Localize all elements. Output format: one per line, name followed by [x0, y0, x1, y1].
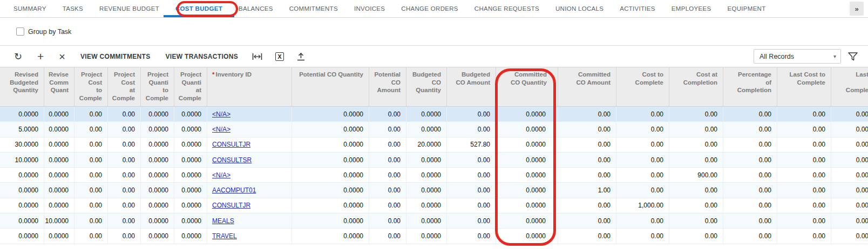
grid-cell[interactable]: 0.0000	[406, 183, 447, 197]
grid-cell[interactable]: 0.00	[777, 198, 831, 213]
column-header-committed[interactable]: Committed CO Amount	[558, 67, 616, 106]
inventory-id-link[interactable]: AACOMPUT01	[212, 186, 256, 194]
grid-cell[interactable]: 0.0000	[174, 198, 207, 213]
column-header-potential-co-quantity[interactable]: Potential CO Quantity	[292, 67, 369, 106]
inventory-id-cell[interactable]: <N/A>	[207, 168, 292, 182]
grid-cell[interactable]: 0.00	[831, 168, 868, 182]
grid-cell[interactable]: 0.0000	[174, 122, 207, 136]
column-header-revise[interactable]: Revise Comm Quant	[44, 67, 74, 106]
grid-cell[interactable]: 0.0000	[44, 122, 74, 136]
grid-cell[interactable]: 0.00	[447, 183, 496, 197]
filter-settings-button[interactable]	[841, 46, 860, 67]
grid-cell[interactable]: 0.00	[723, 137, 777, 152]
table-row[interactable]: 5.00000.00000.000.000.00000.0000<N/A>0.0…	[0, 122, 868, 137]
grid-cell[interactable]: 0.00	[108, 229, 141, 243]
tab-tasks[interactable]: TASKS	[55, 0, 91, 17]
grid-cell[interactable]: 0.0000	[141, 137, 174, 152]
grid-cell[interactable]: 0.0000	[174, 137, 207, 152]
group-by-task-checkbox[interactable]	[16, 27, 24, 36]
table-row[interactable]: 10.00000.00000.000.000.00000.0000CONSULT…	[0, 153, 868, 168]
grid-cell[interactable]: 0.0000	[141, 198, 174, 213]
column-header-project[interactable]: Project Cost to Comple	[74, 67, 108, 106]
tab-change-orders[interactable]: CHANGE ORDERS	[393, 0, 466, 17]
tab-overflow-button[interactable]: »	[850, 2, 864, 16]
grid-cell[interactable]: 0.0000	[292, 168, 369, 182]
grid-cell[interactable]: 0.00	[831, 198, 868, 213]
grid-cell[interactable]: 0.00	[74, 107, 108, 121]
grid-cell[interactable]: 0.0000	[0, 229, 44, 243]
grid-cell[interactable]: 0.0000	[406, 122, 447, 136]
grid-cell[interactable]: 0.00	[558, 168, 616, 182]
tab-employees[interactable]: EMPLOYEES	[663, 0, 720, 17]
grid-cell[interactable]: 0.00	[558, 229, 616, 243]
grid-cell[interactable]: 0.0000	[174, 229, 207, 243]
table-row[interactable]: 0.00000.00000.000.000.00000.0000<N/A>0.0…	[0, 107, 868, 122]
table-row[interactable]: 30.00000.00000.000.000.00000.0000CONSULT…	[0, 137, 868, 153]
grid-cell[interactable]: 0.0000	[292, 183, 369, 197]
column-header-percentage[interactable]: Percentage of Completion	[723, 67, 777, 106]
inventory-id-link[interactable]: TRAVEL	[212, 232, 237, 240]
inventory-id-link[interactable]: CONSULTSR	[212, 156, 252, 164]
refresh-button[interactable]: ↻	[6, 46, 30, 67]
grid-cell[interactable]: 0.00	[723, 213, 777, 228]
table-row[interactable]: 0.00000.00000.000.000.00000.0000TRAVEL0.…	[0, 229, 868, 244]
grid-cell[interactable]: 0.0000	[141, 229, 174, 243]
grid-cell[interactable]: 0.00	[831, 107, 868, 121]
grid-cell[interactable]: 0.00	[108, 213, 141, 228]
grid-cell[interactable]: 0.0000	[292, 107, 369, 121]
tab-union-locals[interactable]: UNION LOCALS	[547, 0, 612, 17]
column-header-cost-at[interactable]: Cost at Completion	[669, 67, 723, 106]
column-header-project[interactable]: Project Quanti at Comple	[174, 67, 207, 106]
inventory-id-link[interactable]: CONSULTJR	[212, 141, 250, 148]
grid-cell[interactable]: 0.00	[447, 213, 496, 228]
grid-cell[interactable]: 0.0000	[141, 168, 174, 182]
inventory-id-cell[interactable]: <N/A>	[207, 107, 292, 121]
grid-cell[interactable]: 0.00	[447, 107, 496, 121]
grid-cell[interactable]: 0.00	[616, 229, 669, 243]
grid-cell[interactable]: 0.00	[558, 137, 616, 152]
grid-cell[interactable]: 0.00	[74, 168, 108, 182]
grid-cell[interactable]: 0.00	[369, 168, 406, 182]
grid-cell[interactable]: 0.0000	[406, 198, 447, 213]
grid-cell[interactable]: 0.0000	[44, 168, 74, 182]
inventory-id-cell[interactable]: CONSULTJR	[207, 198, 292, 213]
grid-cell[interactable]: 0.00	[558, 153, 616, 167]
grid-cell[interactable]: 10.0000	[44, 213, 74, 228]
view-transactions-button[interactable]: VIEW TRANSACTIONS	[158, 46, 246, 67]
grid-cell[interactable]: 0.00	[669, 198, 723, 213]
grid-cell[interactable]: 0.00	[447, 168, 496, 182]
grid-cell[interactable]: 0.00	[74, 213, 108, 228]
grid-cell[interactable]: 0.0000	[496, 137, 558, 152]
inventory-id-cell[interactable]: AACOMPUT01	[207, 183, 292, 197]
table-row[interactable]: 0.00000.00000.000.000.00000.0000AACOMPUT…	[0, 183, 868, 198]
grid-cell[interactable]: 0.0000	[292, 213, 369, 228]
tab-cost-budget[interactable]: COST BUDGET	[167, 0, 230, 17]
grid-cell[interactable]: 0.0000	[0, 107, 44, 121]
grid-cell[interactable]: 0.00	[369, 122, 406, 136]
grid-cell[interactable]: 0.00	[447, 198, 496, 213]
grid-cell[interactable]: 0.0000	[406, 107, 447, 121]
column-header-inventory-id[interactable]: *Inventory ID	[207, 67, 292, 106]
grid-cell[interactable]: 0.0000	[174, 213, 207, 228]
column-header-potential[interactable]: Potential CO Amount	[369, 67, 406, 106]
export-excel-button[interactable]: X	[269, 46, 290, 67]
table-row[interactable]: 0.000010.00000.000.000.00000.0000MEALS0.…	[0, 213, 868, 229]
grid-cell[interactable]: 20.0000	[406, 137, 447, 152]
inventory-id-cell[interactable]: CONSULTSR	[207, 153, 292, 167]
grid-cell[interactable]: 0.00	[723, 198, 777, 213]
grid-cell[interactable]: 0.0000	[496, 107, 558, 121]
grid-cell[interactable]: 0.00	[369, 107, 406, 121]
grid-cell[interactable]: 0.00	[669, 137, 723, 152]
grid-cell[interactable]: 0.00	[669, 153, 723, 167]
grid-cell[interactable]: 527.80	[447, 137, 496, 152]
tab-equipment[interactable]: EQUIPMENT	[719, 0, 774, 17]
grid-cell[interactable]: 0.0000	[496, 122, 558, 136]
tab-activities[interactable]: ACTIVITIES	[612, 0, 663, 17]
tab-summary[interactable]: SUMMARY	[5, 0, 55, 17]
grid-cell[interactable]: 0.0000	[406, 213, 447, 228]
grid-cell[interactable]: 0.0000	[406, 229, 447, 243]
grid-cell[interactable]: 0.0000	[496, 229, 558, 243]
grid-cell[interactable]: 0.00	[108, 122, 141, 136]
grid-cell[interactable]: 0.00	[777, 168, 831, 182]
grid-cell[interactable]: 0.0000	[292, 137, 369, 152]
